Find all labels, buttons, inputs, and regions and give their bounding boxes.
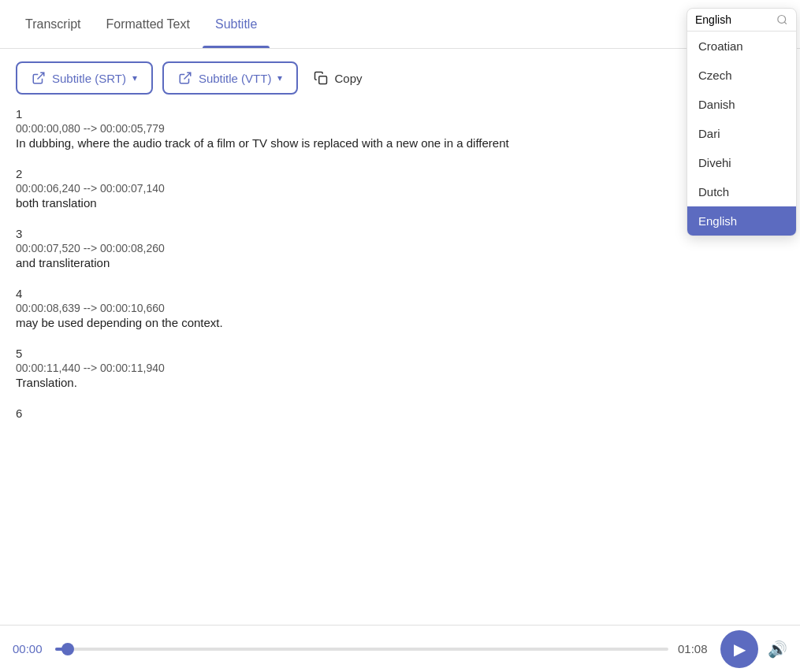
svg-line-5 <box>184 72 190 79</box>
copy-icon <box>314 71 328 85</box>
total-time: 01:08 <box>678 642 711 655</box>
lang-item-danish[interactable]: Danish <box>687 90 796 119</box>
subtitle-number: 2 <box>16 167 784 180</box>
subtitle-block: 500:00:11,440 --> 00:00:11,940Translatio… <box>16 347 784 389</box>
svg-rect-6 <box>319 76 327 84</box>
subtitle-text: both translation <box>16 196 784 210</box>
subtitle-srt-chevron: ▾ <box>132 72 137 84</box>
player-bar: 00:00 01:08 ▶ 🔊 <box>0 625 800 672</box>
svg-line-3 <box>785 22 787 24</box>
progress-thumb <box>61 643 74 655</box>
language-list: Croatian Czech Danish Dari Divehi Dutch … <box>687 32 796 236</box>
subtitle-number: 3 <box>16 227 784 240</box>
lang-item-dutch[interactable]: Dutch <box>687 177 796 206</box>
subtitle-text: In dubbing, where the audio track of a f… <box>16 136 784 150</box>
play-button[interactable]: ▶ <box>720 630 758 668</box>
tab-formatted-text[interactable]: Formatted Text <box>94 0 203 48</box>
svg-line-4 <box>38 72 44 79</box>
subtitle-text: Translation. <box>16 376 784 389</box>
subtitle-time: 00:00:00,080 --> 00:00:05,779 <box>16 122 784 135</box>
lang-item-croatian[interactable]: Croatian <box>687 32 796 61</box>
subtitle-text: and transliteration <box>16 256 784 269</box>
subtitle-time: 00:00:08,639 --> 00:00:10,660 <box>16 302 784 314</box>
export-vtt-icon <box>178 71 192 85</box>
subtitle-number: 6 <box>16 407 784 420</box>
subtitle-srt-label: Subtitle (SRT) <box>52 72 126 85</box>
subtitle-number: 4 <box>16 287 784 300</box>
language-dropdown: Croatian Czech Danish Dari Divehi Dutch … <box>687 8 797 236</box>
progress-track[interactable] <box>55 648 668 651</box>
tab-subtitle[interactable]: Subtitle <box>203 0 270 48</box>
lang-item-czech[interactable]: Czech <box>687 61 796 90</box>
subtitle-time: 00:00:06,240 --> 00:00:07,140 <box>16 182 784 195</box>
subtitle-srt-button[interactable]: Subtitle (SRT) ▾ <box>16 61 153 95</box>
subtitle-number: 5 <box>16 347 784 360</box>
subtitle-block: 400:00:08,639 --> 00:00:10,660may be use… <box>16 287 784 329</box>
subtitle-time: 00:00:07,520 --> 00:00:08,260 <box>16 242 784 254</box>
subtitle-block: 100:00:00,080 --> 00:00:05,779In dubbing… <box>16 107 784 150</box>
subtitle-vtt-button[interactable]: Subtitle (VTT) ▾ <box>162 61 299 95</box>
subtitle-block: 200:00:06,240 --> 00:00:07,140both trans… <box>16 167 784 210</box>
subtitle-number: 1 <box>16 107 784 121</box>
lang-item-english[interactable]: English <box>687 206 796 236</box>
toolbar: Subtitle (SRT) ▾ Subtitle (VTT) ▾ Copy <box>0 49 800 107</box>
lang-item-dari[interactable]: Dari <box>687 119 796 148</box>
subtitle-text: may be used depending on the context. <box>16 316 784 329</box>
lang-item-divehi[interactable]: Divehi <box>687 148 796 177</box>
copy-button[interactable]: Copy <box>307 63 368 93</box>
subtitle-block: 6 <box>16 407 784 420</box>
header: Transcript Formatted Text Subtitle Croat… <box>0 0 800 49</box>
play-icon: ▶ <box>734 640 746 659</box>
subtitle-block: 300:00:07,520 --> 00:00:08,260and transl… <box>16 227 784 269</box>
subtitle-vtt-label: Subtitle (VTT) <box>199 72 272 85</box>
subtitle-vtt-chevron: ▾ <box>277 72 282 84</box>
export-srt-icon <box>32 71 46 85</box>
volume-icon[interactable]: 🔊 <box>768 640 787 659</box>
svg-point-2 <box>778 15 786 23</box>
copy-label: Copy <box>334 72 362 85</box>
progress-container[interactable] <box>55 648 668 651</box>
current-time: 00:00 <box>13 642 46 655</box>
search-icon <box>776 13 788 26</box>
language-search-input[interactable] <box>695 13 772 26</box>
subtitle-content: 100:00:00,080 --> 00:00:05,779In dubbing… <box>0 107 800 626</box>
subtitle-time: 00:00:11,440 --> 00:00:11,940 <box>16 362 784 374</box>
language-search-container <box>687 9 796 32</box>
tab-transcript[interactable]: Transcript <box>13 0 94 48</box>
